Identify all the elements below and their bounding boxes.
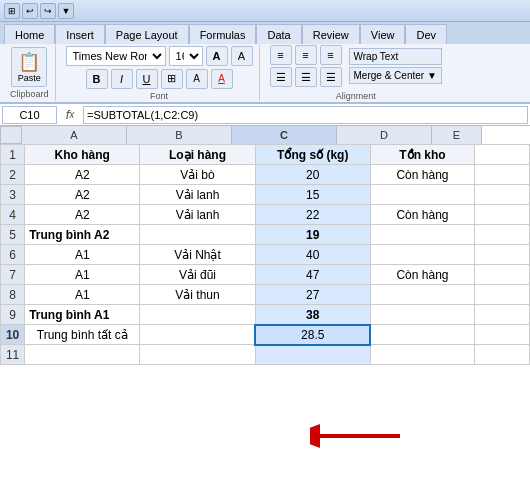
merge-center-button[interactable]: Merge & Center ▼: [349, 67, 442, 84]
font-size-select[interactable]: 16: [169, 46, 203, 66]
table-row: 9 Trung bình A1 38: [1, 305, 530, 325]
underline-button[interactable]: U: [136, 69, 158, 89]
cell-d7[interactable]: Còn hàng: [370, 265, 474, 285]
align-center-button[interactable]: ☰: [295, 67, 317, 87]
cell-b7[interactable]: Vải đũi: [140, 265, 255, 285]
cell-a10[interactable]: Trung bình tất cả: [25, 325, 140, 345]
row-num-3: 3: [1, 185, 25, 205]
cell-b9[interactable]: [140, 305, 255, 325]
col-header-b: B: [127, 126, 232, 144]
cell-d8[interactable]: [370, 285, 474, 305]
tab-page-layout[interactable]: Page Layout: [105, 24, 189, 44]
shrink-font-button[interactable]: A: [231, 46, 253, 66]
cell-d4[interactable]: Còn hàng: [370, 205, 474, 225]
cell-e5: [475, 225, 530, 245]
tab-data[interactable]: Data: [256, 24, 301, 44]
undo-icon[interactable]: ↩: [22, 3, 38, 19]
title-icon-1[interactable]: ⊞: [4, 3, 20, 19]
italic-button[interactable]: I: [111, 69, 133, 89]
cell-c10[interactable]: 28.5: [255, 325, 370, 345]
col-header-d: D: [337, 126, 432, 144]
cell-a4[interactable]: A2: [25, 205, 140, 225]
cell-b5[interactable]: [140, 225, 255, 245]
cell-c5[interactable]: 19: [255, 225, 370, 245]
cell-a7[interactable]: A1: [25, 265, 140, 285]
cell-d3[interactable]: [370, 185, 474, 205]
cell-a9[interactable]: Trung bình A1: [25, 305, 140, 325]
cell-a11[interactable]: [25, 345, 140, 365]
cell-d1[interactable]: Tồn kho: [370, 145, 474, 165]
align-right-button[interactable]: ☰: [320, 67, 342, 87]
row-num-2: 2: [1, 165, 25, 185]
cell-b1[interactable]: Loại hàng: [140, 145, 255, 165]
align-top-right-button[interactable]: ≡: [320, 45, 342, 65]
cell-a6[interactable]: A1: [25, 245, 140, 265]
align-top-center-button[interactable]: ≡: [295, 45, 317, 65]
cell-c8[interactable]: 27: [255, 285, 370, 305]
paste-button[interactable]: 📋 Paste: [11, 47, 47, 87]
tab-formulas[interactable]: Formulas: [189, 24, 257, 44]
cell-a5[interactable]: Trung bình A2: [25, 225, 140, 245]
function-icon[interactable]: fx: [59, 106, 81, 124]
bold-button[interactable]: B: [86, 69, 108, 89]
border-button[interactable]: ⊞: [161, 69, 183, 89]
cell-c2[interactable]: 20: [255, 165, 370, 185]
col-header-a: A: [22, 126, 127, 144]
cell-c9[interactable]: 38: [255, 305, 370, 325]
cell-c7[interactable]: 47: [255, 265, 370, 285]
cell-reference-input[interactable]: [2, 106, 57, 124]
cell-b10[interactable]: [140, 325, 255, 345]
align-left-button[interactable]: ☰: [270, 67, 292, 87]
cell-c3[interactable]: 15: [255, 185, 370, 205]
cell-d10[interactable]: [370, 325, 474, 345]
cell-c1[interactable]: Tổng số (kg): [255, 145, 370, 165]
font-name-select[interactable]: Times New Rom: [66, 46, 166, 66]
tab-home[interactable]: Home: [4, 24, 55, 44]
cell-d11[interactable]: [370, 345, 474, 365]
cell-b8[interactable]: Vải thun: [140, 285, 255, 305]
cell-d5[interactable]: [370, 225, 474, 245]
redo-icon[interactable]: ↪: [40, 3, 56, 19]
cell-a3[interactable]: A2: [25, 185, 140, 205]
col-header-e: E: [432, 126, 482, 144]
cell-b4[interactable]: Vải lanh: [140, 205, 255, 225]
cell-a8[interactable]: A1: [25, 285, 140, 305]
cell-e6: [475, 245, 530, 265]
row-num-5: 5: [1, 225, 25, 245]
spreadsheet: A B C D E 1 Kho hàng Loại hàng Tổng số (…: [0, 126, 530, 365]
cell-a1[interactable]: Kho hàng: [25, 145, 140, 165]
row-num-1: 1: [1, 145, 25, 165]
align-top-left-button[interactable]: ≡: [270, 45, 292, 65]
tab-view[interactable]: View: [360, 24, 406, 44]
red-arrow-icon: [310, 418, 410, 454]
ribbon-content: 📋 Paste Clipboard Times New Rom 16 A A B…: [0, 44, 530, 104]
fill-color-button[interactable]: A: [186, 69, 208, 89]
cell-c4[interactable]: 22: [255, 205, 370, 225]
ribbon-tabs: Home Insert Page Layout Formulas Data Re…: [0, 22, 530, 44]
cell-e10: [475, 325, 530, 345]
cell-b11[interactable]: [140, 345, 255, 365]
tab-review[interactable]: Review: [302, 24, 360, 44]
wrap-text-button[interactable]: Wrap Text: [349, 48, 442, 65]
tab-dev[interactable]: Dev: [405, 24, 447, 44]
row-num-8: 8: [1, 285, 25, 305]
cell-d9[interactable]: [370, 305, 474, 325]
formula-input[interactable]: [83, 106, 528, 124]
cell-c6[interactable]: 40: [255, 245, 370, 265]
cell-c11[interactable]: [255, 345, 370, 365]
formula-bar: fx: [0, 104, 530, 126]
font-color-button[interactable]: A: [211, 69, 233, 89]
row-num-7: 7: [1, 265, 25, 285]
title-bar: ⊞ ↩ ↪ ▼: [0, 0, 530, 22]
cell-d6[interactable]: [370, 245, 474, 265]
dropdown-icon[interactable]: ▼: [58, 3, 74, 19]
cell-b3[interactable]: Vải lanh: [140, 185, 255, 205]
cell-b6[interactable]: Vải Nhật: [140, 245, 255, 265]
tab-insert[interactable]: Insert: [55, 24, 105, 44]
grow-font-button[interactable]: A: [206, 46, 228, 66]
cell-a2[interactable]: A2: [25, 165, 140, 185]
font-label: Font: [150, 89, 168, 101]
clipboard-label: Clipboard: [10, 87, 49, 99]
cell-d2[interactable]: Còn hàng: [370, 165, 474, 185]
cell-b2[interactable]: Vải bò: [140, 165, 255, 185]
